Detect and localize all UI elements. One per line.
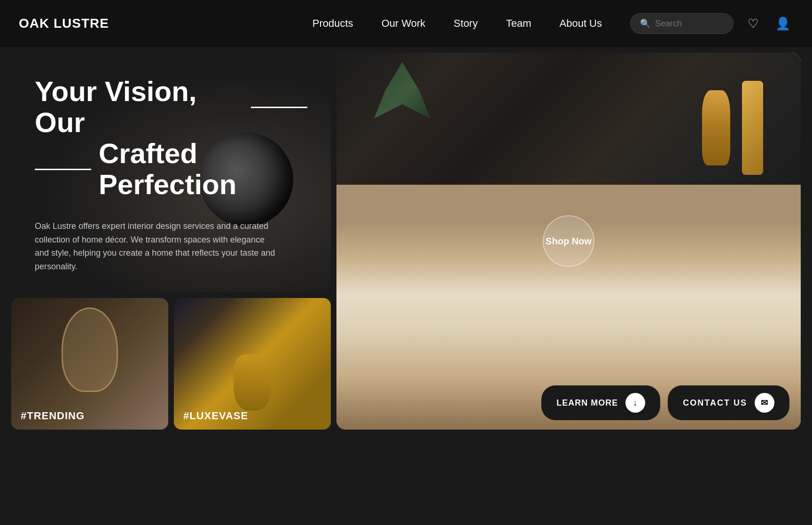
- learn-more-arrow-icon: ↓: [625, 393, 645, 413]
- thumbnail-grid: #TRENDING #LUXEVASE: [11, 298, 331, 430]
- nav-team[interactable]: Team: [506, 17, 531, 30]
- main-grid: Your Vision, Our Crafted Perfection Oak …: [0, 47, 812, 525]
- title-line-1: Your Vision, Our: [35, 76, 307, 138]
- contact-us-label: CONTACT US: [683, 398, 747, 408]
- hero-left-panel: Your Vision, Our Crafted Perfection Oak …: [11, 53, 331, 292]
- account-button[interactable]: 👤: [773, 14, 793, 34]
- hero-right-actions: LEARN MORE ↓ CONTACT US ✉: [336, 376, 801, 430]
- learn-more-label: LEARN MORE: [556, 398, 618, 408]
- dash-decoration-2: [35, 169, 91, 170]
- title-text-2: Crafted Perfection: [99, 138, 307, 200]
- luxevase-label: #LUXEVASE: [183, 410, 248, 422]
- nav-about-us[interactable]: About Us: [560, 17, 602, 30]
- hero-right-panel: Shop Now LEARN MORE ↓ CONTACT US ✉: [336, 53, 801, 430]
- trending-label: #TRENDING: [21, 410, 85, 422]
- hero-description: Oak Lustre offers expert interior design…: [35, 219, 279, 274]
- nav-links: Products Our Work Story Team About Us: [312, 17, 602, 30]
- nav-our-work[interactable]: Our Work: [382, 17, 426, 30]
- contact-us-button[interactable]: CONTACT US ✉: [668, 385, 789, 420]
- shop-now-button[interactable]: Shop Now: [543, 215, 594, 267]
- learn-more-button[interactable]: LEARN MORE ↓: [541, 385, 660, 420]
- nav-products[interactable]: Products: [312, 17, 353, 30]
- nav-story[interactable]: Story: [453, 17, 477, 30]
- search-bar[interactable]: 🔍: [630, 13, 734, 34]
- wishlist-button[interactable]: ♡: [745, 14, 761, 34]
- title-line-2: Crafted Perfection: [35, 138, 307, 200]
- search-icon: 🔍: [640, 18, 650, 29]
- gold-cylinder-decoration: [742, 81, 763, 175]
- envelope-icon: ✉: [755, 393, 774, 413]
- title-text-1: Your Vision, Our: [35, 76, 243, 138]
- luxevase-card[interactable]: #LUXEVASE: [174, 298, 331, 430]
- search-input[interactable]: [655, 19, 724, 29]
- logo[interactable]: OAK LUSTRE: [19, 16, 109, 31]
- mirror-decoration: [62, 307, 118, 392]
- trending-card[interactable]: #TRENDING: [11, 298, 168, 430]
- nav-right: 🔍 ♡ 👤: [630, 13, 793, 34]
- gold-vase-decoration: [702, 90, 730, 165]
- vase-decoration: [234, 354, 271, 411]
- hero-title: Your Vision, Our Crafted Perfection: [35, 76, 307, 200]
- dash-decoration: [251, 107, 307, 108]
- navbar: OAK LUSTRE Products Our Work Story Team …: [0, 0, 812, 47]
